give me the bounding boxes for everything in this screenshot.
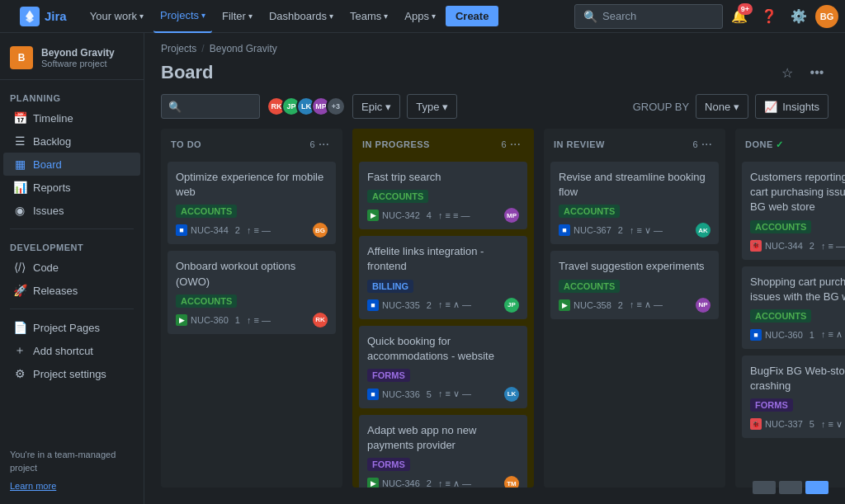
card-points: 5	[810, 419, 814, 429]
card-tag: ACCOUNTS	[750, 309, 811, 323]
card-icons: ↑ ≡ ∧ —	[438, 299, 471, 310]
column-todo-more[interactable]: ···	[315, 137, 333, 152]
backlog-icon: ☰	[13, 134, 26, 148]
project-type: Software project	[41, 59, 115, 68]
type-filter-button[interactable]: Type ▾	[407, 94, 457, 119]
sidebar-item-project-pages[interactable]: 📄 Project Pages	[3, 316, 140, 339]
avatar-group: RK JP LK MP +3	[267, 97, 346, 116]
column-done: DONE ✓ 6 ··· Customers reporting shoppin…	[735, 129, 845, 488]
card-icons: ↑ ≡ —	[247, 225, 271, 235]
projects-menu[interactable]: Projects ▾	[153, 0, 212, 33]
sidebar-item-label: Backlog	[33, 135, 71, 148]
page-btn-3-active[interactable]	[805, 481, 828, 494]
insights-button[interactable]: 📈 Insights	[755, 94, 828, 119]
column-todo: TO DO 6 ··· Optimize experience for mobi…	[161, 129, 342, 488]
search-icon: 🔍	[168, 101, 182, 113]
column-inprogress-more[interactable]: ···	[507, 137, 524, 152]
board-icon: ▦	[13, 158, 26, 171]
jira-wordmark: Jira	[45, 9, 67, 23]
groupby-button[interactable]: None ▾	[696, 94, 748, 119]
sidebar-item-board[interactable]: ▦ Board	[3, 153, 140, 176]
sidebar-item-issues[interactable]: ◉ Issues	[3, 199, 140, 222]
issue-num: NUC-367	[574, 225, 611, 235]
more-options-button[interactable]: •••	[805, 61, 828, 84]
add-icon: ＋	[13, 344, 26, 357]
board: TO DO 6 ··· Optimize experience for mobi…	[144, 129, 845, 504]
user-avatar[interactable]: BG	[815, 5, 838, 28]
board-search[interactable]: 🔍	[161, 94, 260, 119]
card-avatar: LK	[504, 387, 519, 402]
card-title: Quick booking for accommodations - websi…	[367, 334, 519, 364]
column-inprogress-cards: Fast trip search ACCOUNTS ▶ NUC-342 4 ↑ …	[352, 158, 534, 488]
card-nuc346[interactable]: Adapt web app no new payments provider F…	[359, 415, 527, 488]
sidebar-item-code[interactable]: ⟨/⟩ Code	[3, 256, 140, 279]
learn-more-link[interactable]: Learn more	[0, 481, 144, 497]
page-header: Board ☆ •••	[144, 58, 845, 94]
card-tag: FORMS	[750, 398, 793, 412]
global-search[interactable]: 🔍 Search	[574, 4, 723, 29]
reports-icon: 📊	[13, 181, 26, 194]
card-title: Fast trip search	[367, 170, 519, 185]
avatar-more[interactable]: +3	[326, 97, 346, 116]
page-btn-2[interactable]	[779, 481, 802, 494]
sidebar-item-timeline[interactable]: 📅 Timeline	[3, 106, 140, 130]
card-title: Adapt web app no new payments provider	[367, 423, 519, 453]
sidebar-item-label: Reports	[33, 181, 71, 194]
card-done-3[interactable]: BugFix BG Web-store app crashing FORMS 🐞…	[742, 356, 845, 438]
epic-filter-button[interactable]: Epic ▾	[352, 94, 400, 119]
card-avatar: JP	[504, 298, 519, 313]
card-done-1[interactable]: Customers reporting shopping cart purcha…	[742, 162, 845, 260]
settings-button[interactable]: ⚙️	[786, 3, 812, 30]
your-work-menu[interactable]: Your work ▾	[83, 0, 150, 33]
card-nuc336[interactable]: Quick booking for accommodations - websi…	[359, 326, 527, 408]
star-button[interactable]: ☆	[776, 61, 799, 84]
apps-menu[interactable]: Apps ▾	[398, 0, 442, 33]
app-logo[interactable]: Jira	[7, 7, 80, 26]
sidebar-divider-2	[10, 309, 134, 309]
breadcrumb-project-link[interactable]: Beyond Gravity	[210, 43, 277, 54]
notifications-button[interactable]: 🔔 9+	[726, 3, 753, 30]
sidebar-item-project-settings[interactable]: ⚙ Project settings	[3, 362, 140, 385]
card-nuc367[interactable]: Revise and streamline booking flow ACCOU…	[550, 162, 719, 244]
sidebar-item-add-shortcut[interactable]: ＋ Add shortcut	[3, 339, 140, 362]
help-button[interactable]: ❓	[756, 3, 782, 30]
breadcrumb-sep1: /	[201, 43, 204, 54]
card-icons: ↑ ≡ ∨ —	[630, 225, 663, 236]
filter-menu[interactable]: Filter ▾	[215, 0, 259, 33]
card-nuc344[interactable]: Optimize experience for mobile web ACCOU…	[168, 162, 336, 244]
epic-label: Epic	[361, 101, 382, 113]
card-tag: FORMS	[367, 458, 410, 471]
card-avatar: RK	[313, 313, 328, 327]
dashboards-menu[interactable]: Dashboards ▾	[262, 0, 340, 33]
chevron-down-icon: ▾	[385, 101, 391, 113]
jira-logo-icon	[20, 7, 40, 26]
card-icons: ↑ ≡ ≡ —	[438, 210, 470, 220]
issue-num: NUC-342	[382, 210, 420, 220]
card-title: Customers reporting shopping cart purcha…	[750, 170, 845, 215]
card-done-2[interactable]: Shopping cart purchasing issues with the…	[742, 266, 845, 349]
column-inreview-more[interactable]: ···	[698, 137, 715, 152]
main-content: Projects / Beyond Gravity Board ☆ ••• 🔍 …	[144, 33, 845, 504]
card-title: Revise and streamline booking flow	[559, 170, 710, 200]
card-icons: ↑ ≡ —	[247, 315, 271, 325]
card-nuc358[interactable]: Travel suggestion experiments ACCOUNTS ▶…	[550, 251, 719, 318]
teams-menu[interactable]: Teams ▾	[343, 0, 394, 33]
type-label: Type	[416, 101, 439, 113]
sidebar-item-reports[interactable]: 📊 Reports	[3, 176, 140, 199]
card-icons: ↑ ≡ —	[821, 241, 845, 251]
card-nuc342[interactable]: Fast trip search ACCOUNTS ▶ NUC-342 4 ↑ …	[359, 162, 527, 229]
breadcrumb-projects-link[interactable]: Projects	[161, 43, 196, 54]
card-points: 2	[618, 300, 623, 310]
page-title: Board	[161, 62, 214, 83]
page-btn-1[interactable]	[753, 481, 776, 494]
sidebar-item-releases[interactable]: 🚀 Releases	[3, 279, 140, 302]
breadcrumb: Projects / Beyond Gravity	[144, 33, 845, 58]
team-managed-text: You're in a team-managed project	[0, 442, 144, 481]
issue-num: NUC-335	[382, 300, 420, 310]
board-search-input[interactable]	[185, 101, 253, 113]
create-button[interactable]: Create	[446, 6, 498, 26]
timeline-icon: 📅	[13, 111, 26, 125]
sidebar-item-backlog[interactable]: ☰ Backlog	[3, 130, 140, 153]
card-nuc335[interactable]: Affelite links integration - frontend BI…	[359, 236, 527, 318]
card-nuc360-todo[interactable]: Onboard workout options (OWO) ACCOUNTS ▶…	[168, 251, 336, 333]
